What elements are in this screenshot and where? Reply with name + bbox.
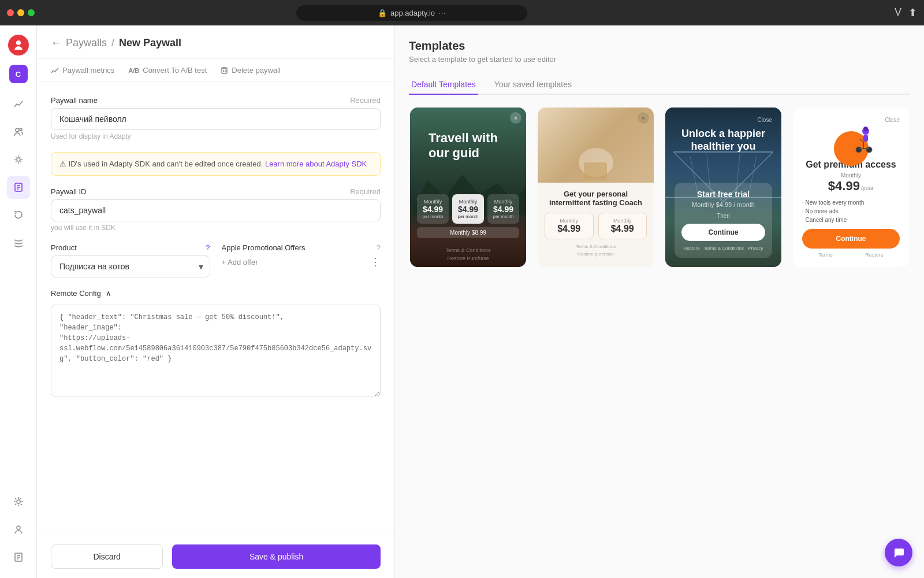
tab-default-templates[interactable]: Default Templates [409, 75, 478, 95]
template-fasting-plans: Monthly $4.99 Monthly $4.99 [545, 213, 647, 239]
plan1-price: $4.99 [420, 205, 445, 214]
svg-rect-14 [222, 68, 227, 73]
paywall-name-row: Paywall name Required Used for display i… [51, 96, 381, 140]
remote-config-textarea[interactable]: { "header_text": "Christmas sale — get 5… [51, 305, 381, 397]
product-help: ? [206, 243, 210, 252]
remote-config-chevron: ∧ [106, 289, 111, 298]
toolbar-icon-share: ⬆ [908, 6, 917, 19]
sidebar-item-docs[interactable] [7, 546, 30, 569]
template-premium-close[interactable]: Close [802, 117, 900, 123]
paywall-name-input[interactable] [51, 108, 381, 130]
sidebar-item-paywalls[interactable] [7, 176, 30, 199]
add-offer-button[interactable]: + Add offer [222, 258, 258, 266]
paywall-id-label: Paywall ID [51, 187, 86, 196]
templates-grid: × Travell with our guid [409, 106, 910, 268]
browser-controls [7, 9, 35, 16]
sidebar-item-analytics[interactable] [7, 92, 30, 116]
right-panel: Templates Select a template to get start… [395, 25, 924, 578]
back-button[interactable]: ← [51, 37, 61, 49]
premium-price-label: Monthly [841, 172, 861, 179]
sidebar-item-settings-wheel[interactable] [7, 148, 30, 171]
remote-config-row: Remote Config ∧ { "header_text": "Christ… [51, 289, 381, 399]
svg-point-27 [863, 127, 868, 131]
panel-footer: Discard Save & publish [37, 535, 394, 578]
plan3-label: Monthly [491, 199, 516, 205]
fasting-plan1-label: Monthly [549, 218, 590, 224]
svg-point-0 [16, 40, 21, 45]
sidebar-item-users[interactable] [7, 120, 30, 143]
remote-config-toggle[interactable]: Remote Config ∧ [51, 289, 381, 298]
sidebar-item-profile[interactable] [7, 518, 30, 541]
chat-bubble-button[interactable] [885, 539, 912, 566]
template-fasting-close[interactable]: × [638, 112, 649, 124]
sidebar-item-refresh[interactable] [7, 203, 30, 227]
more-options-button[interactable]: ⋮ [370, 255, 381, 268]
premium-features: · New tools every month · No more ads · … [802, 198, 900, 224]
sidebar-item-integrations[interactable] [7, 231, 30, 254]
paywall-metrics-button[interactable]: Paywall metrics [51, 66, 114, 75]
discard-button[interactable]: Discard [51, 544, 163, 569]
sidebar-avatar[interactable]: C [9, 65, 28, 83]
warning-text: ⚠ ID's used in Adapty SDK and can't be e… [59, 160, 265, 168]
browser-minimize[interactable] [17, 9, 24, 16]
template-card-travel[interactable]: × Travell with our guid [409, 106, 527, 268]
ab-test-label: Convert To A/B test [143, 66, 207, 75]
breadcrumb-separator: / [111, 37, 114, 49]
premium-continue-button[interactable]: Continue [802, 229, 900, 249]
add-offer-row: + Add offer ⋮ [222, 255, 381, 268]
svg-point-9 [17, 526, 20, 529]
template-travel-plan3: Monthly $4.99 per month [487, 194, 519, 224]
health-privacy: Privacy [748, 246, 763, 251]
template-card-health[interactable]: Close Unlock a happier healthier you Sta… [664, 106, 783, 268]
apple-offers-field: Apple Promotional Offers ? + Add offer ⋮ [222, 243, 381, 277]
paywall-metrics-label: Paywall metrics [62, 66, 114, 75]
plan3-price: $4.99 [491, 205, 516, 214]
template-fasting-terms: Terms & Conditions [545, 244, 647, 249]
learn-more-link[interactable]: Learn more about Adapty SDK [265, 160, 367, 168]
breadcrumb-paywalls[interactable]: Paywalls [66, 37, 107, 49]
template-travel-close[interactable]: × [510, 112, 521, 124]
svg-point-1 [16, 128, 19, 132]
browser-maximize[interactable] [28, 9, 35, 16]
sidebar-item-gear[interactable] [7, 490, 30, 513]
sdk-warning: ⚠ ID's used in Adapty SDK and can't be e… [51, 152, 381, 176]
premium-terms: Terms [818, 252, 833, 258]
paywall-name-required: Required [350, 96, 381, 105]
template-travel-inner: × Travell with our guid [410, 108, 526, 267]
remote-config-label: Remote Config [51, 289, 101, 298]
templates-title: Templates [409, 39, 910, 53]
trial-title: Start free trial [681, 190, 765, 199]
paywall-name-label: Paywall name [51, 96, 98, 105]
template-card-premium[interactable]: Close [792, 106, 910, 268]
fasting-plan1: Monthly $4.99 [545, 213, 594, 239]
browser-close[interactable] [7, 9, 14, 16]
template-health-trial-box: Start free trial Monthly $4.99 / month T… [675, 183, 772, 258]
paywall-id-required: Required [350, 187, 381, 196]
template-travel-content: Travell with our guid Monthly $4.99 per … [410, 108, 526, 267]
address-bar[interactable]: 🔒 app.adapty.io ⋯ [296, 5, 527, 21]
feature-3: · Cancel any time [802, 216, 900, 224]
ab-test-button[interactable]: A/B Convert To A/B test [128, 66, 207, 75]
template-travel-title: Travell with our guid [429, 131, 508, 161]
delete-paywall-button[interactable]: Delete paywall [221, 66, 281, 75]
template-card-fasting[interactable]: × Get your personal intermittent fasting… [536, 106, 655, 268]
save-publish-button[interactable]: Save & publish [172, 544, 381, 569]
template-health-close[interactable]: Close [675, 117, 772, 123]
template-travel-plan1: Monthly $4.99 per month [417, 194, 449, 224]
plan2-label: Monthly [456, 199, 480, 205]
plan1-label: Monthly [420, 199, 445, 205]
template-travel-plans: Monthly $4.99 per month Monthly $4.99 pe… [417, 194, 519, 224]
health-restore: Restore [684, 246, 700, 251]
paywall-id-input[interactable] [51, 199, 381, 221]
tab-saved-templates[interactable]: Your saved templates [492, 75, 574, 95]
product-select[interactable]: Подписка на котов [51, 255, 210, 277]
svg-line-33 [860, 139, 863, 142]
toolbar: Paywall metrics A/B Convert To A/B test … [37, 59, 394, 82]
paywall-id-hint: you will use it in SDK [51, 224, 381, 232]
fasting-plan2-label: Monthly [602, 218, 643, 224]
template-fasting-restore: Restore purchase [545, 251, 647, 257]
health-continue-button[interactable]: Continue [681, 224, 765, 241]
form-area: Paywall name Required Used for display i… [37, 82, 394, 535]
plan1-period: per month [420, 214, 445, 219]
premium-restore: Restore [865, 252, 884, 258]
